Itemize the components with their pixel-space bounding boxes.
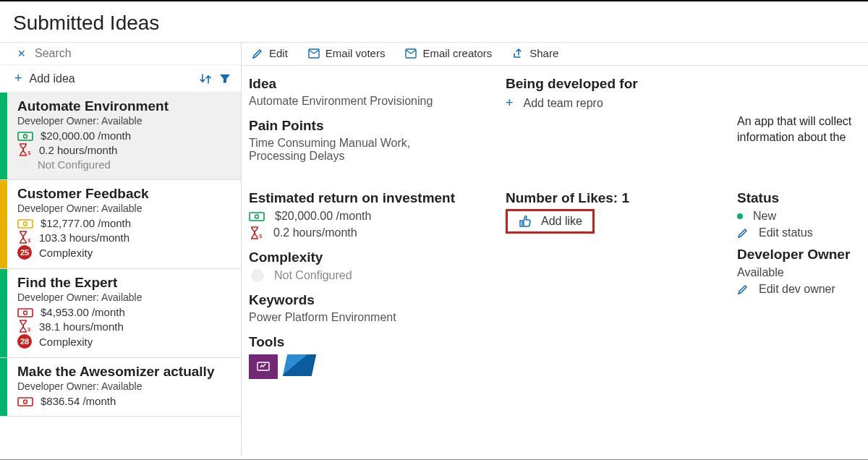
money-icon — [17, 130, 33, 142]
idea-label: Idea — [249, 76, 498, 92]
idea-cost: $4,953.00 /month — [41, 306, 125, 318]
mail-icon — [308, 48, 320, 59]
svg-text:$: $ — [27, 237, 31, 244]
add-idea-label: Add idea — [30, 72, 192, 85]
complexity-value: Not Configured — [274, 269, 352, 282]
svg-point-7 — [24, 311, 27, 315]
pain-label: Pain Points — [249, 118, 498, 134]
pain-value: Time Consuming Manual Work, Processing D… — [249, 137, 437, 163]
empty-badge — [17, 158, 30, 171]
search-input[interactable] — [35, 47, 234, 60]
svg-rect-9 — [18, 398, 33, 406]
edit-label: Edit — [269, 47, 288, 59]
idea-hours: 38.1 hours/month — [39, 320, 124, 333]
add-idea-row[interactable]: + Add idea — [0, 65, 241, 93]
idea-item[interactable]: Make the Awesomizer actuallyDeveloper Ow… — [0, 358, 241, 417]
svg-rect-0 — [18, 132, 33, 140]
status-stripe — [0, 93, 7, 179]
email-voters-button[interactable]: Email voters — [308, 47, 386, 59]
roi-hours-value: 0.2 hours/month — [273, 226, 357, 239]
tool-icons — [249, 354, 498, 379]
roi-label: Estimated return on investment — [249, 190, 498, 206]
svg-point-10 — [24, 400, 27, 404]
idea-cost: $836.54 /month — [41, 395, 116, 407]
complexity-badge: 28 — [17, 334, 32, 349]
tool-icon-purple — [249, 354, 278, 379]
svg-rect-3 — [18, 220, 33, 228]
complexity-badge: 25 — [17, 245, 32, 260]
pencil-icon — [737, 227, 749, 239]
pencil-icon — [737, 284, 749, 295]
filter-icon[interactable] — [219, 74, 231, 84]
status-row: New — [737, 210, 855, 223]
idea-cost: $20,000.00 /month — [41, 129, 131, 142]
page-title: Submitted Ideas — [0, 1, 868, 42]
hourglass-icon: $ — [249, 226, 263, 239]
plus-icon: + — [506, 95, 514, 111]
sidebar: ✕ + Add idea Automate EnvironmentDevelop… — [0, 43, 242, 456]
close-icon[interactable]: ✕ — [17, 48, 26, 59]
svg-text:$: $ — [27, 326, 31, 333]
plus-icon: + — [14, 71, 22, 86]
email-creators-label: Email creators — [422, 47, 492, 59]
idea-title: Automate Environment — [17, 98, 234, 114]
svg-text:$: $ — [259, 233, 263, 239]
hourglass-icon: $ — [17, 143, 32, 156]
description: An app that will collect information abo… — [715, 114, 855, 146]
edit-devowner-button[interactable]: Edit dev owner — [737, 283, 855, 296]
keywords-value: Power Platform Environment — [249, 311, 498, 324]
add-team-button[interactable]: + Add team repro — [506, 95, 708, 111]
tool-icon-blue — [283, 354, 316, 376]
add-team-label: Add team repro — [524, 97, 603, 110]
toolbar: Edit Email voters Email creators Share — [242, 43, 868, 66]
idea-item[interactable]: Find the ExpertDeveloper Owner: Availabl… — [0, 269, 241, 358]
idea-complexity: Complexity — [39, 336, 93, 348]
devowner-label: Developer Owner — [737, 247, 855, 263]
money-icon — [17, 396, 33, 407]
share-label: Share — [529, 47, 558, 59]
edit-status-button[interactable]: Edit status — [737, 226, 855, 239]
idea-owner: Developer Owner: Available — [17, 380, 234, 392]
idea-item[interactable]: Automate EnvironmentDeveloper Owner: Ava… — [0, 93, 241, 180]
share-button[interactable]: Share — [512, 47, 558, 59]
svg-rect-6 — [18, 309, 33, 317]
tools-label: Tools — [249, 334, 498, 350]
detail: Idea Automate Environment Provisioning P… — [242, 66, 868, 456]
svg-text:$: $ — [27, 150, 31, 156]
thumb-icon — [518, 215, 532, 228]
hourglass-icon: $ — [17, 320, 32, 333]
beingdev-label: Being developed for — [506, 76, 708, 92]
roi-cost-value: $20,000.00 /month — [275, 210, 371, 223]
email-creators-button[interactable]: Email creators — [405, 47, 492, 59]
svg-point-14 — [255, 215, 259, 218]
likes-label: Number of Likes: 1 — [506, 190, 708, 206]
keywords-label: Keywords — [249, 292, 498, 308]
hourglass-icon: $ — [17, 231, 32, 244]
search-row: ✕ — [0, 43, 241, 65]
edit-devowner-label: Edit dev owner — [759, 283, 835, 296]
idea-value: Automate Environment Provisioning — [249, 95, 498, 108]
status-stripe — [0, 269, 7, 357]
share-icon — [512, 48, 524, 59]
svg-rect-13 — [250, 213, 264, 221]
complexity-label: Complexity — [249, 250, 498, 265]
mail-icon — [405, 48, 417, 59]
edit-status-label: Edit status — [759, 226, 813, 239]
idea-title: Find the Expert — [17, 275, 234, 291]
idea-complexity: Not Configured — [38, 158, 111, 171]
add-like-button[interactable]: Add like — [506, 209, 595, 234]
idea-hours: 103.3 hours/month — [39, 231, 129, 244]
status-label: Status — [737, 190, 855, 206]
idea-owner: Developer Owner: Available — [17, 115, 234, 127]
edit-button[interactable]: Edit — [252, 47, 288, 59]
money-icon — [17, 218, 33, 229]
idea-list: Automate EnvironmentDeveloper Owner: Ava… — [0, 93, 241, 456]
idea-item[interactable]: Customer FeedbackDeveloper Owner: Availa… — [0, 180, 241, 269]
sort-icon[interactable] — [199, 73, 212, 85]
idea-hours: 0.2 hours/month — [39, 144, 117, 156]
idea-owner: Developer Owner: Available — [17, 291, 234, 303]
status-dot — [737, 213, 743, 219]
complexity-row: Not Configured — [249, 269, 498, 282]
status-stripe — [0, 180, 7, 268]
svg-point-1 — [24, 135, 27, 138]
